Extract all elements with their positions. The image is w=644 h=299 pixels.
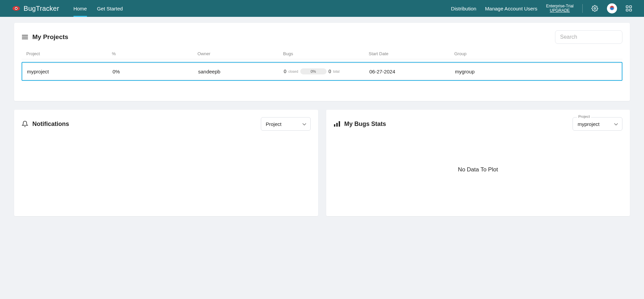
main-nav: Home Get Started bbox=[73, 0, 123, 17]
header-right: Distribution Manage Account Users Enterp… bbox=[451, 3, 632, 13]
notifications-panel: Notifications Project bbox=[14, 110, 318, 216]
notifications-header: Notifications Project bbox=[22, 117, 311, 131]
list-icon bbox=[22, 34, 28, 40]
notifications-project-dropdown[interactable]: Project bbox=[261, 117, 311, 131]
svg-rect-13 bbox=[339, 121, 340, 127]
svg-rect-5 bbox=[630, 6, 632, 8]
apps-grid-icon[interactable] bbox=[626, 5, 632, 11]
col-bugs: Bugs bbox=[283, 51, 369, 56]
stats-title: My Bugs Stats bbox=[344, 121, 569, 128]
stats-body: No Data To Plot bbox=[334, 136, 623, 203]
avatar[interactable] bbox=[607, 3, 617, 13]
gear-icon[interactable] bbox=[591, 5, 598, 12]
cell-bugs: 0 closed 0% 0 total bbox=[284, 68, 369, 74]
caret-down-icon bbox=[614, 121, 618, 127]
nav-manage-account-users[interactable]: Manage Account Users bbox=[485, 6, 537, 11]
svg-rect-12 bbox=[336, 123, 338, 127]
bugs-total-count: 0 bbox=[329, 69, 331, 74]
brand: BugTracker bbox=[12, 5, 59, 12]
bar-chart-icon bbox=[334, 121, 340, 127]
brand-name: BugTracker bbox=[24, 5, 59, 12]
bugs-stats-panel: My Bugs Stats Project myproject No Data … bbox=[326, 110, 630, 216]
svg-rect-7 bbox=[630, 9, 632, 11]
header-bar: BugTracker Home Get Started Distribution… bbox=[0, 0, 644, 17]
nav-home[interactable]: Home bbox=[73, 0, 87, 17]
dropdown-value: Project bbox=[266, 121, 282, 127]
my-projects-panel: My Projects Project % Owner Bugs Start D… bbox=[14, 23, 630, 101]
projects-table-header: Project % Owner Bugs Start Date Group bbox=[22, 48, 622, 59]
dropdown-value: myproject bbox=[578, 121, 600, 127]
plan-box: Enterprise-Trial UPGRADE bbox=[546, 4, 574, 13]
bugs-closed-count: 0 bbox=[284, 69, 286, 74]
col-project: Project bbox=[26, 51, 112, 56]
table-row[interactable]: myproject 0% sandeepb 0 closed 0% 0 tota… bbox=[23, 63, 621, 79]
no-data-message: No Data To Plot bbox=[458, 166, 498, 173]
nav-distribution[interactable]: Distribution bbox=[451, 6, 476, 11]
bell-icon bbox=[22, 121, 28, 127]
cell-project-name: myproject bbox=[27, 69, 113, 74]
caret-down-icon bbox=[302, 121, 306, 127]
stats-header: My Bugs Stats Project myproject bbox=[334, 117, 623, 131]
cell-percent: 0% bbox=[113, 69, 198, 74]
search-input[interactable] bbox=[555, 30, 622, 44]
project-row-highlight: myproject 0% sandeepb 0 closed 0% 0 tota… bbox=[22, 62, 622, 81]
svg-rect-4 bbox=[626, 6, 628, 8]
upgrade-link[interactable]: UPGRADE bbox=[546, 8, 574, 13]
projects-header: My Projects bbox=[22, 30, 622, 44]
bugs-progress-bar: 0% bbox=[300, 68, 327, 74]
svg-rect-6 bbox=[626, 9, 628, 11]
col-owner: Owner bbox=[197, 51, 283, 56]
projects-title: My Projects bbox=[32, 33, 551, 41]
col-group: Group bbox=[454, 51, 522, 56]
cell-start-date: 06-27-2024 bbox=[369, 69, 455, 74]
notifications-title: Notifications bbox=[32, 121, 257, 128]
svg-point-2 bbox=[16, 8, 17, 9]
bugs-total-label: total bbox=[333, 70, 340, 73]
eye-icon bbox=[12, 5, 20, 11]
dropdown-label: Project bbox=[577, 114, 591, 119]
cell-group: mygroup bbox=[455, 69, 522, 74]
col-percent: % bbox=[112, 51, 197, 56]
cell-owner: sandeepb bbox=[198, 69, 284, 74]
stats-project-dropdown[interactable]: Project myproject bbox=[573, 117, 622, 131]
separator bbox=[582, 4, 583, 13]
bugs-closed-label: closed bbox=[288, 70, 298, 73]
content: My Projects Project % Owner Bugs Start D… bbox=[0, 17, 644, 222]
col-start-date: Start Date bbox=[369, 51, 454, 56]
bottom-row: Notifications Project My bbox=[14, 110, 630, 216]
svg-point-3 bbox=[594, 8, 596, 9]
svg-rect-11 bbox=[334, 124, 335, 127]
nav-get-started[interactable]: Get Started bbox=[97, 0, 123, 17]
search-field[interactable] bbox=[560, 34, 617, 40]
